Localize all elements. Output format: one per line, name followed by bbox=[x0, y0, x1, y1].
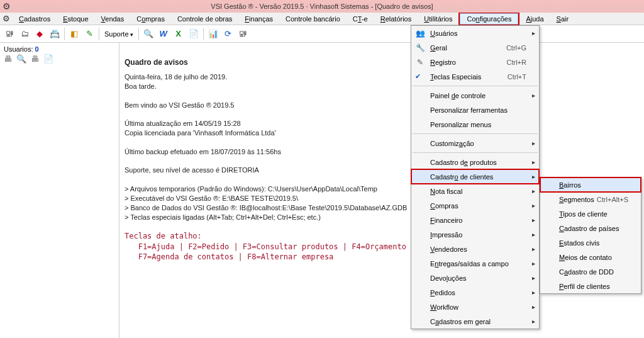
tool-icon-excel[interactable]: X bbox=[172, 27, 186, 41]
menu-pedidos[interactable]: Pedidos▸ bbox=[411, 285, 539, 300]
menu-painel-controle[interactable]: Painel de controle▸ bbox=[411, 88, 539, 103]
tool-icon-1[interactable]: 🖳 bbox=[3, 27, 16, 41]
menu-cadastro-produtos[interactable]: Cadastro de produtos▸ bbox=[411, 155, 539, 169]
tool-icon-refresh[interactable]: ⟳ bbox=[221, 27, 235, 41]
window-title: VSI Gestão ® - Versão 2019.5 · Vinhasoft… bbox=[211, 3, 433, 10]
menu-teclas-especiais[interactable]: Teclas EspeciaisCtrl+T bbox=[411, 69, 539, 84]
menu-personalizar-ferramentas[interactable]: Personalizar ferramentas bbox=[411, 103, 539, 117]
tool-icon-8[interactable]: 📄 bbox=[187, 27, 201, 41]
menu-estoque[interactable]: Estoque bbox=[57, 14, 94, 24]
menu-geral[interactable]: 🔧GeralCtrl+G bbox=[411, 40, 539, 55]
tool-icon-10[interactable]: 🖳 bbox=[236, 27, 250, 41]
menu-workflow[interactable]: Workflow▸ bbox=[411, 300, 539, 314]
menu-cte[interactable]: CT-e bbox=[347, 14, 374, 24]
gear-icon: ⚙ bbox=[3, 14, 10, 23]
submenu-estados-civis[interactable]: Estados civis bbox=[540, 235, 641, 250]
page-title: Quadro de avisos bbox=[125, 57, 639, 67]
tool-icon-3[interactable]: ◆ bbox=[33, 27, 47, 41]
submenu-tipos-cliente[interactable]: Tipos de cliente bbox=[540, 206, 641, 221]
users-icon: 👥 bbox=[415, 29, 425, 38]
submenu-cadastro-ddd[interactable]: Cadastro de DDD bbox=[540, 264, 641, 279]
menu-devolucoes[interactable]: Devoluções▸ bbox=[411, 271, 539, 285]
menu-financeiro[interactable]: Financeiro▸ bbox=[411, 213, 539, 227]
menu-controle-bancario[interactable]: Controle bancário bbox=[279, 14, 347, 24]
menu-personalizar-menus[interactable]: Personalizar menus bbox=[411, 117, 539, 132]
menu-registro[interactable]: ✎RegistroCtrl+R bbox=[411, 55, 539, 69]
suporte-dropdown[interactable]: Suporte bbox=[102, 30, 136, 38]
menu-cadastro-clientes[interactable]: Cadastro de clientes▸ bbox=[411, 169, 539, 184]
tool-icon-5[interactable]: ◧ bbox=[67, 27, 81, 41]
menu-vendas[interactable]: Vendas bbox=[95, 14, 131, 24]
side-icon-1[interactable]: 🖶 bbox=[4, 54, 12, 64]
tool-icon-7[interactable]: 🔍 bbox=[142, 27, 155, 41]
menu-utilitarios[interactable]: Utilitários bbox=[418, 14, 458, 24]
tool-icon-2[interactable]: 🗂 bbox=[18, 27, 31, 41]
pencil-icon: ✎ bbox=[415, 58, 425, 67]
menu-impressao[interactable]: Impressão▸ bbox=[411, 227, 539, 242]
menu-customizacao[interactable]: Customização▸ bbox=[411, 136, 539, 150]
configuracoes-menu: 👥Usuários▸ 🔧GeralCtrl+G ✎RegistroCtrl+R … bbox=[411, 25, 540, 329]
menu-configuracoes[interactable]: Configurações bbox=[460, 13, 518, 25]
menu-cadastros-geral[interactable]: Cadastros em geral▸ bbox=[411, 314, 539, 329]
menu-controle-obras[interactable]: Controle de obras bbox=[171, 14, 238, 24]
side-icon-3[interactable]: 🖶 bbox=[31, 54, 39, 64]
side-icons: 🖶 🔍 🖶 📄 bbox=[4, 54, 115, 64]
tool-icon-w[interactable]: W bbox=[157, 27, 170, 41]
side-icon-4[interactable]: 📄 bbox=[43, 54, 53, 64]
menu-entregas[interactable]: Entregas/saídas a campo▸ bbox=[411, 256, 539, 271]
submenu-bairros[interactable]: Bairros bbox=[540, 177, 641, 192]
app-icon: ⚙ bbox=[3, 1, 11, 11]
menu-financas[interactable]: Finanças bbox=[238, 14, 279, 24]
tool-icon-9[interactable]: 📊 bbox=[206, 27, 220, 41]
menu-nota-fiscal[interactable]: Nota fiscal▸ bbox=[411, 184, 539, 198]
tool-icon-4[interactable]: 📇 bbox=[48, 27, 62, 41]
menu-compras-sub[interactable]: Compras▸ bbox=[411, 198, 539, 213]
side-icon-2[interactable]: 🔍 bbox=[16, 54, 26, 64]
wrench-icon: 🔧 bbox=[415, 43, 425, 52]
usuarios-counter: Usuarios: 0 bbox=[4, 45, 115, 53]
side-panel: Usuarios: 0 🖶 🔍 🖶 📄 bbox=[0, 43, 119, 338]
submenu-meios-contato[interactable]: Meios de contato bbox=[540, 250, 641, 264]
menubar: ⚙ CCadastrosadastros Estoque Vendas Comp… bbox=[0, 13, 644, 25]
menu-vendedores[interactable]: Vendedores▸ bbox=[411, 242, 539, 256]
tool-icon-6[interactable]: ✎ bbox=[82, 27, 96, 41]
menu-cadastros[interactable]: CCadastrosadastros bbox=[13, 14, 57, 24]
window-titlebar: ⚙ VSI Gestão ® - Versão 2019.5 · Vinhaso… bbox=[0, 0, 644, 13]
cadastro-clientes-submenu: Bairros SegmentosCtrl+Alt+S Tipos de cli… bbox=[540, 177, 641, 294]
menu-ajuda[interactable]: Ajuda bbox=[519, 14, 550, 24]
menu-compras[interactable]: Compras bbox=[130, 14, 171, 24]
submenu-perfil-clientes[interactable]: Perfil de clientes bbox=[540, 279, 641, 293]
toolbar: 🖳 🗂 ◆ 📇 ◧ ✎ Suporte 🔍 W X 📄 📊 ⟳ 🖳 bbox=[0, 25, 644, 43]
menu-usuarios[interactable]: 👥Usuários▸ bbox=[411, 26, 539, 40]
submenu-segmentos[interactable]: SegmentosCtrl+Alt+S bbox=[540, 192, 641, 206]
menu-sair[interactable]: Sair bbox=[550, 14, 575, 24]
submenu-cadastro-paises[interactable]: Cadastro de países bbox=[540, 221, 641, 235]
menu-relatorios[interactable]: Relatórios bbox=[374, 14, 418, 24]
